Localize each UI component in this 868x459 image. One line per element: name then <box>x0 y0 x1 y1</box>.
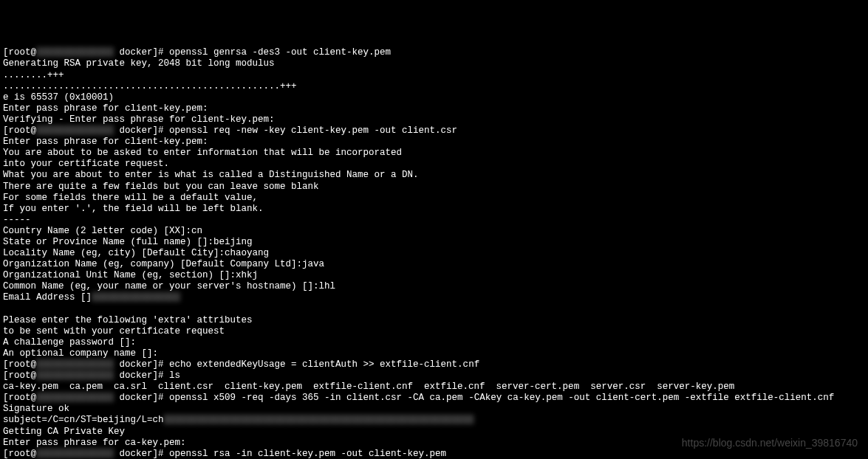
terminal-line <box>3 304 865 315</box>
prompt-command: docker]# echo extendedKeyUsage = clientA… <box>114 359 479 370</box>
prompt-prefix: [root@ <box>3 359 36 370</box>
redacted-hostname: ██████████████ <box>36 359 114 370</box>
terminal-line: If you enter '.', the field will be left… <box>3 204 865 215</box>
terminal-line: A challenge password []: <box>3 337 865 348</box>
prompt-prefix: [root@ <box>3 125 36 136</box>
terminal-line: Organization Name (eg, company) [Default… <box>3 259 865 270</box>
prompt-command: docker]# openssl x509 -req -days 365 -in… <box>114 393 834 403</box>
text-prefix: subject=/C=cn/ST=beijing/L=ch <box>3 415 164 425</box>
prompt-prefix: [root@ <box>3 370 36 381</box>
terminal-line: Enter pass phrase for client-key.pem: <box>3 137 865 148</box>
text-prefix: Email Address [] <box>3 292 92 303</box>
terminal-line: Common Name (eg, your name or your serve… <box>3 281 865 292</box>
terminal-line: State or Province Name (full name) []:be… <box>3 237 865 248</box>
terminal-line: You are about to be asked to enter infor… <box>3 148 865 159</box>
terminal-line: Getting CA Private Key <box>3 427 865 438</box>
redacted-text: ████████████████████████████████████████… <box>164 415 474 426</box>
terminal-line: [root@██████████████ docker]# openssl re… <box>3 125 865 137</box>
terminal-line: Organizational Unit Name (eg, section) [… <box>3 270 865 281</box>
redacted-hostname: ██████████████ <box>36 47 114 58</box>
terminal-line: to be sent with your certificate request <box>3 326 865 337</box>
terminal-line: [root@██████████████ docker]# ls <box>3 370 865 382</box>
terminal-line: Please enter the following 'extra' attri… <box>3 315 865 326</box>
terminal-line: ........................................… <box>3 81 865 92</box>
terminal-line: Signature ok <box>3 404 865 415</box>
terminal-line: There are quite a few fields but you can… <box>3 182 865 193</box>
terminal-line: Country Name (2 letter code) [XX]:cn <box>3 226 865 237</box>
terminal-line: [root@██████████████ docker]# openssl x5… <box>3 393 865 404</box>
prompt-command: docker]# openssl rsa -in client-key.pem … <box>114 449 446 459</box>
terminal-line: ----- <box>3 215 865 226</box>
terminal-line: ca-key.pem ca.pem ca.srl client.csr clie… <box>3 382 865 393</box>
prompt-prefix: [root@ <box>3 393 36 403</box>
terminal-line: ........+++ <box>3 70 865 81</box>
redacted-text: ████████████████ <box>92 292 180 303</box>
terminal-line: Email Address []████████████████ <box>3 292 865 303</box>
prompt-command: docker]# openssl genrsa -des3 -out clien… <box>114 47 391 58</box>
terminal-line: [root@██████████████ docker]# openssl ge… <box>3 47 865 58</box>
terminal-line: An optional company name []: <box>3 348 865 359</box>
terminal-line: e is 65537 (0x10001) <box>3 92 865 103</box>
terminal-line: For some fields there will be a default … <box>3 193 865 204</box>
terminal-line: Enter pass phrase for client-key.pem: <box>3 103 865 114</box>
terminal-line: subject=/C=cn/ST=beijing/L=ch███████████… <box>3 415 865 426</box>
redacted-hostname: ██████████████ <box>36 125 114 137</box>
prompt-command: docker]# ls <box>114 370 180 381</box>
prompt-command: docker]# openssl req -new -key client-ke… <box>114 125 457 136</box>
terminal-line: Locality Name (eg, city) [Default City]:… <box>3 248 865 259</box>
prompt-prefix: [root@ <box>3 47 36 58</box>
prompt-prefix: [root@ <box>3 449 36 459</box>
redacted-hostname: ██████████████ <box>36 449 114 459</box>
terminal-line: What you are about to enter is what is c… <box>3 170 865 181</box>
terminal-output[interactable]: [root@██████████████ docker]# openssl ge… <box>3 47 865 459</box>
terminal-line: Generating RSA private key, 2048 bit lon… <box>3 58 865 69</box>
redacted-hostname: ██████████████ <box>36 393 114 404</box>
terminal-line: into your certificate request. <box>3 159 865 170</box>
terminal-line: Enter pass phrase for ca-key.pem: <box>3 438 865 449</box>
terminal-line: [root@██████████████ docker]# openssl rs… <box>3 449 865 459</box>
terminal-line: Verifying - Enter pass phrase for client… <box>3 114 865 125</box>
redacted-hostname: ██████████████ <box>36 370 114 382</box>
terminal-line: [root@██████████████ docker]# echo exten… <box>3 359 865 370</box>
